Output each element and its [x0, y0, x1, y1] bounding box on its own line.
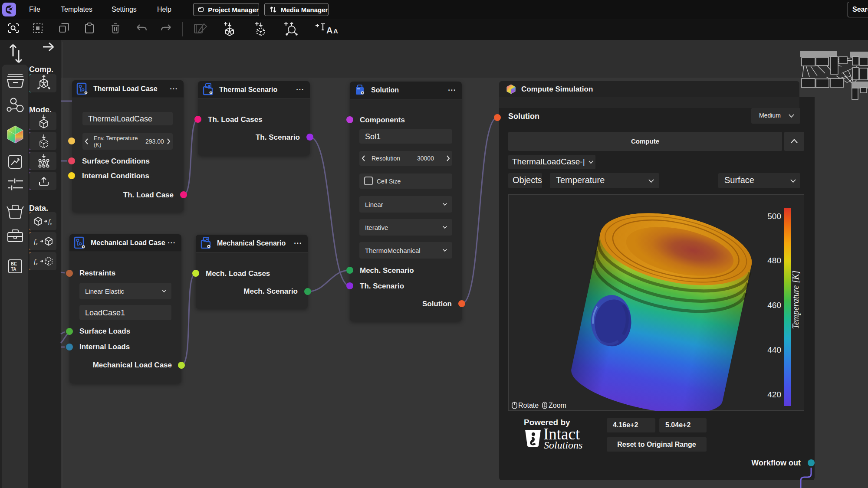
svg-text:fx: fx — [34, 258, 37, 266]
svg-text:fx: fx — [48, 218, 52, 226]
svg-text:(K): (K) — [94, 141, 101, 148]
svg-text:Temperature [K]: Temperature [K] — [791, 271, 801, 329]
svg-text:30000: 30000 — [417, 155, 434, 162]
svg-text:A: A — [326, 26, 332, 35]
svg-text:293.00: 293.00 — [145, 138, 164, 145]
svg-text:500: 500 — [767, 212, 781, 221]
svg-text:Rotate: Rotate — [518, 402, 539, 409]
svg-text:440: 440 — [767, 345, 781, 354]
svg-text:Cell Size: Cell Size — [377, 178, 401, 185]
svg-text:fx: fx — [34, 238, 37, 246]
svg-text:Zoom: Zoom — [549, 402, 566, 409]
svg-text:Resolution: Resolution — [372, 155, 400, 162]
svg-text:420: 420 — [767, 390, 781, 399]
svg-text:BE: BE — [11, 262, 17, 266]
svg-text:460: 460 — [767, 301, 781, 310]
svg-text:Env. Temperature: Env. Temperature — [94, 135, 138, 141]
svg-text:A: A — [333, 27, 338, 35]
svg-text:TA: TA — [11, 267, 16, 272]
svg-text:480: 480 — [767, 256, 781, 265]
